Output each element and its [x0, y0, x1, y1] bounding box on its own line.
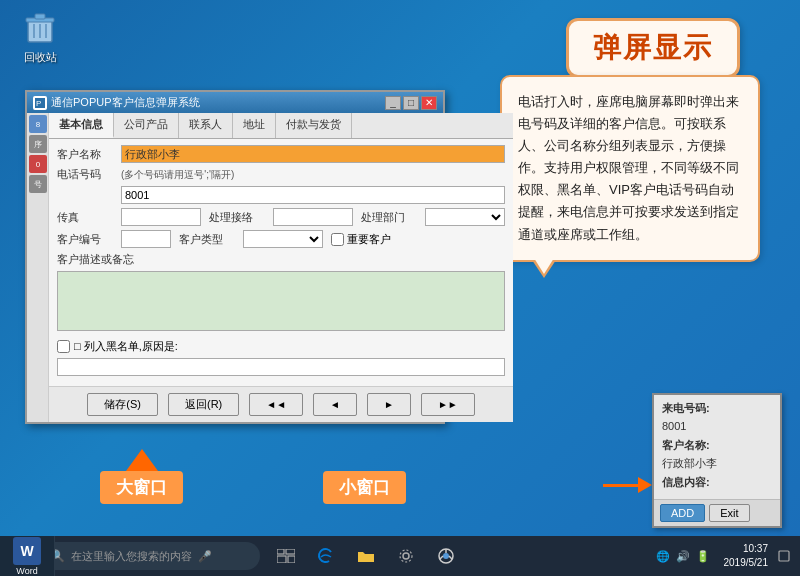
small-popup-customer-label: 客户名称: [662, 439, 710, 451]
tab-payment[interactable]: 付款与发货 [276, 113, 352, 138]
customer-name-input[interactable] [121, 145, 505, 163]
recycle-bin-icon[interactable]: 回收站 [10, 10, 70, 65]
titlebar-left: P 通信POPUP客户信息弹屏系统 [33, 95, 200, 110]
popup-window: P 通信POPUP客户信息弹屏系统 _ □ ✕ 8 序 0 号 [25, 90, 445, 424]
settings-icon[interactable] [388, 538, 424, 574]
popup-sidebar: 8 序 0 号 [27, 113, 49, 422]
word-icon[interactable]: W [13, 537, 41, 565]
small-popup-caller-label: 来电号码: [662, 402, 710, 414]
svg-point-17 [400, 550, 412, 562]
notes-label: 客户描述或备忘 [57, 252, 134, 267]
customer-num-input[interactable] [121, 230, 171, 248]
sidebar-tab-3[interactable]: 0 [29, 155, 47, 173]
form-buttons: 储存(S) 返回(R) ◄◄ ◄ ► ►► [49, 386, 513, 422]
word-label: Word [16, 566, 37, 576]
mic-icon: 🎤 [198, 550, 212, 563]
svg-rect-15 [288, 556, 295, 563]
blacklist-checkbox[interactable] [57, 340, 70, 353]
customer-type-group: 客户类型 [179, 230, 323, 248]
fax-input[interactable] [121, 208, 201, 226]
minimize-button[interactable]: _ [385, 96, 401, 110]
word-icon-letter: W [20, 543, 33, 559]
sidebar-tab-2[interactable]: 序 [29, 135, 47, 153]
small-popup-buttons: ADD Exit [654, 499, 780, 526]
return-button[interactable]: 返回(R) [168, 393, 239, 416]
customer-type-label: 客户类型 [179, 232, 239, 247]
taskbar-search[interactable]: 🔍 在这里输入您搜索的内容 🎤 [40, 542, 260, 570]
blacklist-input-row [57, 358, 505, 376]
notes-label-row: 客户描述或备忘 [57, 252, 505, 267]
customer-num-group: 客户编号 [57, 230, 171, 248]
taskbar-right: 🌐 🔊 🔋 10:37 2019/5/21 [650, 536, 801, 576]
chrome-icon[interactable] [428, 538, 464, 574]
handler-group: 处理接络 [209, 208, 353, 226]
volume-icon[interactable]: 🔊 [676, 550, 690, 563]
notes-textarea[interactable] [57, 271, 505, 331]
extra-btn-4[interactable]: ►► [421, 393, 475, 416]
small-popup-caller-label-row: 来电号码: [662, 401, 772, 416]
vip-group: 重要客户 [331, 232, 391, 247]
phone-label: 电话号码 [57, 167, 117, 182]
desktop: 回收站 弹屏显示 电话打入时，座席电脑屏幕即时弹出来电号码及详细的客户信息。可按… [0, 0, 800, 576]
clock-date: 2019/5/21 [724, 556, 769, 570]
close-button[interactable]: ✕ [421, 96, 437, 110]
svg-line-21 [449, 556, 452, 559]
small-popup-caller-value-row: 8001 [662, 419, 772, 434]
popup-titlebar: P 通信POPUP客户信息弹屏系统 _ □ ✕ [27, 92, 443, 113]
fax-group: 传真 [57, 208, 201, 226]
svg-point-19 [443, 553, 449, 559]
small-popup-add-button[interactable]: ADD [660, 504, 705, 522]
right-arrow-group [603, 477, 652, 493]
svg-rect-12 [277, 549, 284, 554]
title-banner: 弹屏显示 [566, 18, 740, 78]
folder-icon[interactable] [348, 538, 384, 574]
title-text: 弹屏显示 [593, 32, 713, 63]
handler-input[interactable] [273, 208, 353, 226]
big-window-label: 大窗口 [100, 471, 183, 504]
word-taskbar-area: W Word [0, 536, 55, 576]
handler-dept-group: 处理部门 [361, 208, 505, 226]
taskbar-clock[interactable]: 10:37 2019/5/21 [724, 542, 769, 570]
maximize-button[interactable]: □ [403, 96, 419, 110]
big-window-group: 大窗口 [100, 449, 183, 504]
extra-btn-1[interactable]: ◄◄ [249, 393, 303, 416]
handler-dept-label: 处理部门 [361, 210, 421, 225]
phone-input[interactable] [121, 186, 505, 204]
edge-icon[interactable] [308, 538, 344, 574]
battery-icon[interactable]: 🔋 [696, 550, 710, 563]
extra-btn-3[interactable]: ► [367, 393, 411, 416]
popup-tabs: 基本信息 公司产品 联系人 地址 付款与发货 [49, 113, 513, 139]
small-popup-exit-button[interactable]: Exit [709, 504, 749, 522]
network-icon[interactable]: 🌐 [656, 550, 670, 563]
taskview-icon[interactable] [268, 538, 304, 574]
popup-inner: 8 序 0 号 基本信息 公司产品 联系人 地址 付款与发货 [27, 113, 443, 422]
blacklist-reason-input[interactable] [57, 358, 505, 376]
tab-basic-info[interactable]: 基本信息 [49, 113, 114, 138]
blacklist-row: □ 列入黑名单,原因是: [57, 339, 505, 354]
small-popup-caller-value: 8001 [662, 420, 686, 432]
recycle-bin-image [22, 10, 58, 46]
vip-checkbox[interactable] [331, 233, 344, 246]
svg-rect-2 [35, 14, 45, 19]
tab-address[interactable]: 地址 [233, 113, 276, 138]
extra-btn-2[interactable]: ◄ [313, 393, 357, 416]
tab-company-product[interactable]: 公司产品 [114, 113, 179, 138]
sidebar-tab-1[interactable]: 8 [29, 115, 47, 133]
svg-text:P: P [36, 99, 41, 108]
tab-contact[interactable]: 联系人 [179, 113, 233, 138]
handler-dept-select[interactable] [425, 208, 505, 226]
small-window-label: 小窗口 [323, 471, 406, 504]
small-popup: 来电号码: 8001 客户名称: 行政部小李 信息内容: ADD Exit [652, 393, 782, 528]
svg-rect-13 [286, 549, 295, 554]
arrow-line [603, 484, 638, 487]
save-button[interactable]: 储存(S) [87, 393, 158, 416]
customer-name-label: 客户名称 [57, 147, 117, 162]
arrow-head [638, 477, 652, 493]
phone-hint: (多个号码请用逗号';'隔开) [121, 168, 234, 182]
sidebar-tab-4[interactable]: 号 [29, 175, 47, 193]
clock-time: 10:37 [724, 542, 769, 556]
action-center-icon[interactable] [776, 536, 792, 576]
phone-row: 电话号码 (多个号码请用逗号';'隔开) [57, 167, 505, 182]
customer-type-select[interactable] [243, 230, 323, 248]
fax-row: 传真 处理接络 处理部门 [57, 208, 505, 226]
